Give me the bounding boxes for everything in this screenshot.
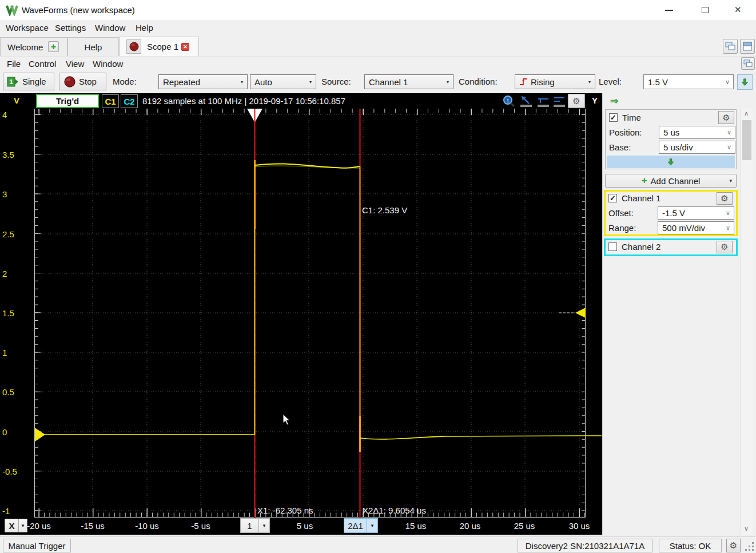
resize-grip[interactable] [745, 542, 754, 551]
scrollbar-thumb[interactable] [742, 120, 751, 160]
minimize-button[interactable] [665, 10, 673, 11]
device-button[interactable]: Discovery2 SN:210321A1A71A [518, 539, 652, 552]
time-base-select[interactable]: 5 us/div ∨ [659, 141, 735, 154]
scope-toolbar: 1 Single Stop Mode: Repeated ▾ Auto ▾ So… [0, 70, 756, 93]
plot-header: V Trig'd C1 C2 8192 samples at 100 MHz |… [0, 93, 602, 109]
menu-workspace[interactable]: Workspace [0, 21, 54, 35]
chevron-down-icon: ∨ [727, 129, 731, 136]
y-axis-name[interactable]: Y [592, 96, 598, 105]
level-apply-button[interactable] [737, 74, 753, 90]
channel1-checkbox[interactable]: ✓ [608, 194, 617, 202]
tab-scope1-label: Scope 1 [147, 42, 178, 51]
close-button[interactable]: ✕ [734, 5, 742, 15]
scope-status-icon [126, 39, 141, 54]
add-channel-button[interactable]: + Add Channel ▾ [605, 174, 737, 188]
level-value: 1.5 V [648, 77, 668, 87]
y-tick-label: 2 [2, 269, 7, 279]
channel2-group: Channel 2 ⚙ [604, 238, 738, 256]
cursor1-button[interactable]: 1 ▾ [240, 518, 270, 533]
maximize-button[interactable] [702, 7, 709, 13]
channel2-checkbox[interactable] [608, 242, 617, 251]
rising-edge-icon [519, 77, 528, 86]
scope-menu-window[interactable]: Window [87, 57, 129, 71]
menu-settings[interactable]: Settings [49, 21, 91, 35]
panel-scrollbar[interactable]: ∧ ∨ [741, 109, 753, 535]
chevron-down-icon: ∨ [725, 78, 730, 86]
manual-trigger-button[interactable]: Manual Trigger [3, 539, 71, 552]
cascade-windows-button[interactable] [723, 39, 738, 54]
x-cursors-icon[interactable] [536, 95, 550, 108]
channel1-offset-select[interactable]: -1.5 V ∨ [658, 206, 734, 220]
time-position-value: 5 us [663, 128, 679, 137]
pointer-tool-icon[interactable] [519, 95, 533, 108]
x-tick-label: 20 us [450, 521, 490, 531]
x1-cursor-label: X1: -62.305 ns [257, 506, 313, 515]
dropdown-arrow-icon: ▾ [367, 518, 378, 533]
collapse-panel-arrow-icon[interactable]: ⇒ [610, 95, 618, 107]
channel1-toggle[interactable]: C1 [102, 94, 119, 108]
level-label: Level: [599, 77, 622, 86]
right-panel: ⇒ ✓ Time ⚙ Position: 5 us ∨ Base: 5 us/d… [602, 93, 756, 535]
x-axis-button-label: X [5, 519, 19, 532]
y-tick-label: 2.5 [2, 229, 14, 239]
mode-select[interactable]: Repeated ▾ [158, 74, 248, 89]
time-group: ✓ Time ⚙ Position: 5 us ∨ Base: 5 us/div… [605, 109, 737, 169]
add-workspace-button[interactable]: + [48, 41, 59, 52]
single-button[interactable]: 1 Single [3, 73, 54, 90]
tab-scope1-close-icon[interactable]: ✕ [181, 43, 189, 51]
time-apply-bar[interactable] [607, 156, 735, 168]
source-select[interactable]: Channel 1 ▾ [364, 74, 453, 89]
dropdown-arrow-icon: ▾ [241, 79, 243, 85]
scroll-up-icon[interactable]: ∧ [744, 110, 749, 117]
undock-button[interactable] [741, 57, 755, 70]
y-unit-button[interactable]: V [14, 96, 19, 105]
channel1-range-select[interactable]: 500 mV/div ∨ [658, 221, 734, 234]
y-tick-label: -1 [2, 506, 10, 516]
y-tick-label: 1 [2, 348, 7, 357]
device-settings-button[interactable]: ⚙ [726, 539, 741, 552]
zoom-icon[interactable]: 1 [502, 95, 516, 108]
plot-settings-button[interactable]: ⚙ [568, 94, 585, 108]
condition-select-value: Rising [531, 77, 555, 87]
tab-help[interactable]: Help [67, 37, 119, 56]
condition-select[interactable]: Rising ▾ [515, 74, 595, 89]
scope-menu-view[interactable]: View [60, 57, 90, 71]
scope-menu-control[interactable]: Control [23, 57, 62, 71]
stop-button[interactable]: Stop [59, 73, 106, 90]
trigger-status-badge: Trig'd [36, 94, 99, 108]
single-icon: 1 [7, 76, 19, 87]
tab-welcome[interactable]: Welcome + [0, 37, 67, 56]
acquisition-info: 8192 samples at 100 MHz | 2019-09-17 10:… [142, 96, 345, 106]
svg-text:1: 1 [506, 98, 509, 104]
waveform-plot[interactable] [34, 109, 602, 518]
add-channel-label: Add Channel [651, 176, 701, 186]
svg-text:1: 1 [9, 78, 13, 85]
y-cursors-icon[interactable] [552, 95, 566, 108]
time-position-label: Position: [609, 128, 642, 137]
x-tick-label: 5 us [285, 521, 325, 531]
time-settings-button[interactable]: ⚙ [718, 111, 734, 124]
scroll-down-icon[interactable]: ∨ [744, 525, 749, 532]
tab-scope1[interactable]: Scope 1 ✕ [119, 37, 199, 56]
waveforms-window: WaveForms (new workspace) ✕ Workspace Se… [0, 0, 756, 553]
trigger-mode-select[interactable]: Auto ▾ [250, 74, 316, 89]
status-button[interactable]: Status: OK [659, 539, 722, 552]
channel2-toggle[interactable]: C2 [121, 94, 138, 108]
time-base-label: Base: [609, 142, 631, 152]
time-position-select[interactable]: 5 us ∨ [659, 126, 735, 139]
window-title: WaveForms (new workspace) [22, 5, 135, 15]
time-checkbox[interactable]: ✓ [609, 113, 618, 122]
c1-cursor-value: C1: 2.539 V [362, 205, 407, 215]
trigger-mode-value: Auto [254, 77, 272, 87]
level-input[interactable]: 1.5 V ∨ [643, 74, 734, 89]
tab-help-label: Help [85, 42, 102, 52]
menu-help[interactable]: Help [130, 21, 159, 35]
x2-delta-label: X2Δ1: 9.6054 us [363, 506, 426, 515]
channel2-group-label: Channel 2 [622, 242, 660, 252]
cursor2-button[interactable]: 2Δ1 ▾ [344, 518, 378, 533]
y-tick-label: 0.5 [2, 387, 14, 397]
tile-windows-button[interactable] [740, 39, 755, 54]
menu-window[interactable]: Window [89, 21, 131, 35]
channel1-settings-button[interactable]: ⚙ [717, 192, 733, 205]
channel2-settings-button[interactable]: ⚙ [717, 241, 733, 253]
